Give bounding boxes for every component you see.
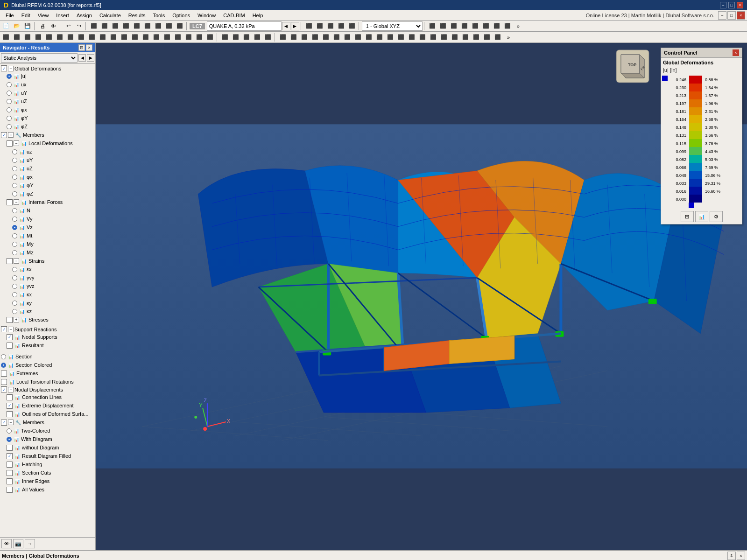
tb-more-6[interactable]: ⬛ [481,21,491,31]
menu-file[interactable]: File [2,12,18,19]
tb2-40[interactable]: ⬛ [428,33,438,42]
tb-more-8[interactable]: ⬛ [502,21,513,31]
tb2-33[interactable]: ⬛ [353,33,363,42]
tb2-32[interactable]: ⬛ [342,33,352,42]
cp-color-gradient[interactable] [689,76,702,203]
tree-check-global-deform[interactable] [1,65,7,71]
tb2-23[interactable]: ⬛ [241,33,252,42]
tb2-18[interactable]: ⬛ [183,33,194,42]
tree-ky[interactable]: 📊 κy [0,299,95,307]
menu-tools[interactable]: Tools [149,12,169,19]
tree-check-section-cuts[interactable] [7,470,13,476]
tb2-29[interactable]: ⬛ [310,33,320,42]
tree-without-diagram[interactable]: 📊 without Diagram [0,443,95,452]
tree-check-all-values[interactable] [7,487,13,493]
tree-check-nodal[interactable] [7,334,13,340]
nav-view-btn[interactable]: 👁 [1,539,12,548]
titlebar-close-icon[interactable]: × [737,11,745,20]
tree-check-extremes[interactable] [1,371,7,377]
tree-radio-u-abs[interactable] [7,74,12,79]
tree-radio-two-colored[interactable] [7,428,12,434]
tb-btn-4[interactable]: ⬛ [121,21,131,31]
tree-with-diagram[interactable]: 📊 With Diagram [0,435,95,443]
cp-top-marker[interactable] [662,76,668,81]
tb-btn-6[interactable]: ⬛ [142,21,153,31]
tree-kx[interactable]: 📊 κx [0,290,95,299]
undo-btn[interactable]: ↩ [63,21,73,31]
tree-uz[interactable]: 📊 uZ [0,97,95,105]
tb-btn-8[interactable]: ⬛ [164,21,174,31]
tb2-39[interactable]: ⬛ [417,33,428,42]
tree-radio-phix[interactable] [7,107,12,112]
tree-expand-strains[interactable]: − [14,258,19,264]
maximize-button[interactable]: □ [728,2,735,8]
tree-expand-internal[interactable]: − [14,199,19,205]
tb2-14[interactable]: ⬛ [141,33,151,42]
tree-gvz[interactable]: 📊 γvz [0,282,95,290]
tb2-12[interactable]: ⬛ [119,33,129,42]
tree-uy[interactable]: 📊 uY [0,89,95,97]
tb2-10[interactable]: ⬛ [98,33,108,42]
tb2-1[interactable]: ⬛ [1,33,11,42]
tb2-45[interactable]: ⬛ [482,33,492,42]
tree-phiz[interactable]: 📊 φZ [0,122,95,131]
tb-more-4[interactable]: ⬛ [459,21,470,31]
tb-extra-1[interactable]: ⬛ [304,21,314,31]
tree-check-resultant[interactable] [7,343,13,349]
tb2-36[interactable]: ⬛ [385,33,395,42]
lc-value-input[interactable] [207,21,282,31]
tree-connection-lines[interactable]: 📊 Connection Lines [0,393,95,401]
cp-settings-btn[interactable]: ⚙ [710,211,723,222]
tree-radio-local-phiz[interactable] [12,191,17,196]
tb2-13[interactable]: ⬛ [130,33,140,42]
tb2-43[interactable]: ⬛ [460,33,471,42]
tree-check-internal[interactable] [7,199,13,205]
tree-check-nodal-disp[interactable] [1,386,7,392]
tree-members-group[interactable]: − 🔧 Members [0,131,95,139]
tree-radio-Mz[interactable] [12,250,17,255]
tree-resultant[interactable]: 📊 Resultant [0,341,95,350]
tb2-24[interactable]: ⬛ [252,33,262,42]
tree-outlines[interactable]: 📊 Outlines of Deformed Surfa... [0,410,95,418]
tree-radio-section[interactable] [1,354,6,359]
tree-section-colored[interactable]: 📊 Section Colored [0,361,95,369]
menu-options[interactable]: Options [169,12,194,19]
cp-table-btn[interactable]: ⊞ [681,211,694,222]
tb2-8[interactable]: ⬛ [76,33,86,42]
tb-btn-1[interactable]: ⬛ [89,21,99,31]
tree-check-members-bottom[interactable] [1,420,7,426]
tb2-17[interactable]: ⬛ [173,33,183,42]
tb2-22[interactable]: ⬛ [231,33,241,42]
tb2-31[interactable]: ⬛ [331,33,342,42]
tree-section[interactable]: 📊 Section [0,352,95,361]
tree-radio-section-colored[interactable] [1,363,6,368]
tree-expand-global-deform[interactable]: − [8,66,14,71]
menu-assign[interactable]: Assign [73,12,96,19]
open-btn[interactable]: 📂 [12,21,22,31]
tree-inner-edges[interactable]: 📊 Inner Edges [0,477,95,485]
tree-check-without-diagram[interactable] [7,445,13,451]
tree-internal-forces[interactable]: − 📊 Internal Forces [0,198,95,206]
tree-radio-gvy[interactable] [12,275,17,280]
nav-arrow-btn[interactable]: → [25,539,35,548]
tb2-41[interactable]: ⬛ [439,33,449,42]
nav-cube[interactable]: TOP FR [614,48,651,85]
tree-check-outlines[interactable] [7,411,13,417]
tb-more-9[interactable]: » [513,21,523,31]
print-btn[interactable]: 🖨 [37,21,48,31]
tree-two-colored[interactable]: 📊 Two-Colored [0,427,95,435]
tree-radio-kx[interactable] [12,292,17,297]
nav-next-arrow[interactable]: ▶ [87,54,94,62]
tb2-9[interactable]: ⬛ [87,33,97,42]
tree-radio-ky[interactable] [12,301,17,306]
tb2-35[interactable]: ⬛ [374,33,385,42]
tree-ex[interactable]: 📊 εx [0,265,95,273]
tree-gvy[interactable]: 📊 γvy [0,273,95,282]
tb2-42[interactable]: ⬛ [450,33,460,42]
tb2-11[interactable]: ⬛ [108,33,119,42]
tb-btn-3[interactable]: ⬛ [110,21,120,31]
tree-radio-local-uy[interactable] [12,158,17,163]
tree-kz[interactable]: 📊 κz [0,307,95,315]
new-btn[interactable]: 📄 [1,21,11,31]
tree-radio-phiy[interactable] [7,116,12,121]
